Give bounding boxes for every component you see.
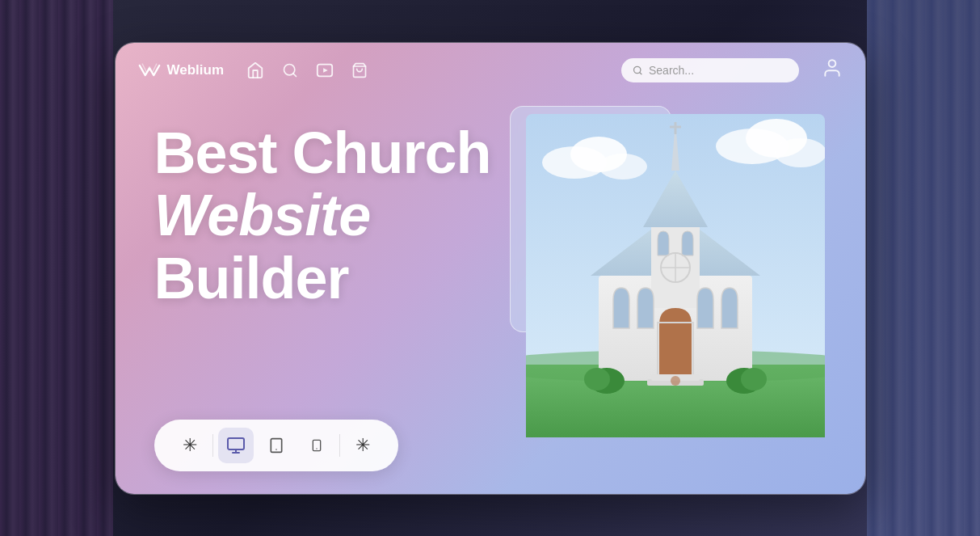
svg-point-14	[775, 138, 825, 167]
desktop-btn[interactable]	[218, 428, 254, 463]
title-line-1: Best Church	[154, 122, 494, 185]
hero-section: Best Church Website Builder	[116, 98, 865, 421]
hero-image	[494, 98, 833, 421]
svg-rect-41	[313, 440, 320, 450]
curtain-left	[0, 0, 113, 536]
church-svg	[526, 114, 825, 437]
star-right-icon: ✳	[355, 435, 370, 456]
svg-rect-24	[659, 324, 692, 381]
search-bar[interactable]	[621, 58, 799, 82]
nav-icons	[246, 61, 598, 79]
mobile-icon	[310, 436, 323, 455]
svg-line-1	[293, 73, 297, 76]
divider-2	[339, 434, 340, 457]
divider-1	[212, 434, 213, 457]
star-left-btn[interactable]: ✳	[172, 428, 208, 463]
svg-line-6	[639, 72, 641, 74]
title-line-2: Website	[154, 184, 494, 247]
svg-point-34	[741, 368, 767, 390]
church-illustration	[526, 114, 825, 429]
desktop-icon	[226, 436, 246, 455]
navbar: Weblium	[116, 43, 865, 98]
video-nav-btn[interactable]	[316, 61, 334, 79]
profile-btn[interactable]	[822, 57, 843, 83]
title-line-3: Builder	[154, 247, 494, 310]
search-input[interactable]	[649, 64, 788, 77]
svg-rect-36	[228, 438, 244, 449]
hero-title: Best Church Website Builder	[154, 122, 494, 310]
svg-point-11	[599, 154, 647, 179]
tablet-icon	[268, 436, 284, 455]
hero-text: Best Church Website Builder	[154, 114, 494, 310]
logo-text: Weblium	[167, 62, 225, 78]
home-nav-btn[interactable]	[246, 61, 264, 79]
bottom-toolbar: ✳	[154, 420, 398, 471]
logo[interactable]: Weblium	[138, 62, 225, 78]
main-card: Weblium	[115, 42, 866, 495]
svg-point-35	[671, 376, 680, 386]
toolbar-pill: ✳	[154, 420, 398, 471]
bag-nav-btn[interactable]	[351, 61, 368, 79]
search-nav-btn[interactable]	[282, 62, 298, 78]
tablet-btn[interactable]	[259, 428, 294, 463]
mobile-btn[interactable]	[299, 428, 334, 463]
star-left-icon: ✳	[183, 435, 197, 456]
search-bar-icon	[633, 65, 643, 76]
svg-marker-3	[323, 68, 328, 73]
svg-point-7	[828, 60, 835, 67]
svg-point-32	[584, 368, 610, 390]
logo-icon	[138, 62, 161, 78]
curtain-right	[867, 0, 980, 536]
star-right-btn[interactable]: ✳	[345, 428, 381, 463]
